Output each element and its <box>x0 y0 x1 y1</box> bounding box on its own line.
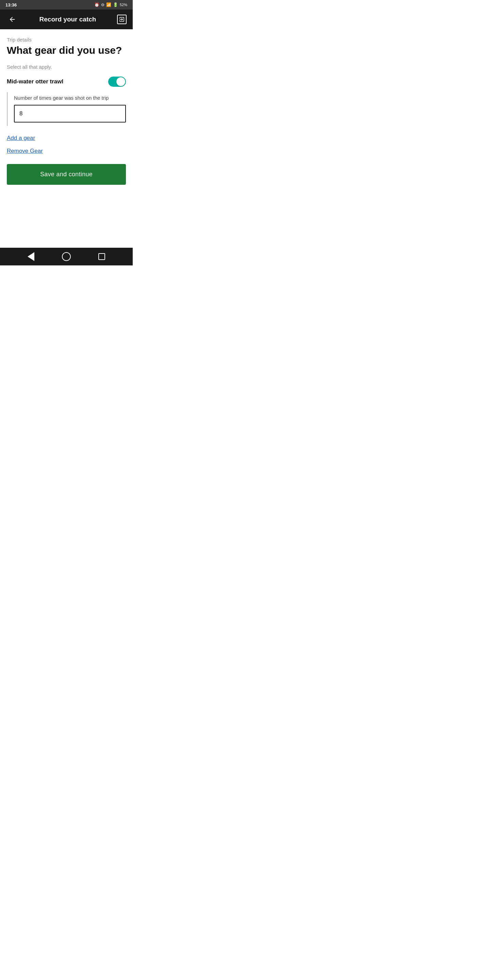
save-continue-button[interactable]: Save and continue <box>7 164 126 185</box>
main-content: Trip details What gear did you use? Sele… <box>0 29 133 248</box>
gear-toggle[interactable] <box>108 76 126 87</box>
nav-recent-button[interactable] <box>98 253 105 260</box>
bottom-nav <box>0 248 133 266</box>
page-heading: What gear did you use? <box>7 45 126 56</box>
nav-back-button[interactable] <box>27 252 34 261</box>
exit-button[interactable] <box>117 14 127 24</box>
gear-detail-label: Number of times gear was shot on the tri… <box>14 95 126 101</box>
remove-gear-link[interactable]: Remove Gear <box>7 148 126 154</box>
status-bar: 13:36 ⏰ ⊖ 📶 🔋 52% <box>0 0 133 10</box>
app-bar-title: Record your catch <box>18 16 117 23</box>
link-section: Add a gear Remove Gear <box>7 135 126 154</box>
trip-details-label: Trip details <box>7 37 126 43</box>
gear-detail-section: Number of times gear was shot on the tri… <box>7 92 126 126</box>
do-not-disturb-icon: ⊖ <box>101 2 105 7</box>
alarm-icon: ⏰ <box>94 2 99 7</box>
signal-icon: 📶 <box>106 2 111 7</box>
nav-recent-icon <box>98 253 105 260</box>
gear-name: Mid-water otter trawl <box>7 78 63 85</box>
nav-home-button[interactable] <box>62 252 71 261</box>
gear-count-input[interactable] <box>14 105 126 123</box>
status-time: 13:36 <box>5 2 17 8</box>
gear-toggle-row: Mid-water otter trawl <box>7 76 126 92</box>
status-icons: ⏰ ⊖ 📶 🔋 52% <box>94 2 127 7</box>
toggle-knob <box>116 77 125 86</box>
add-gear-link[interactable]: Add a gear <box>7 135 126 142</box>
select-all-label: Select all that apply. <box>7 64 126 70</box>
battery-percent: 52% <box>120 3 127 7</box>
battery-icon: 🔋 <box>113 2 118 7</box>
nav-back-icon <box>27 252 34 261</box>
back-button[interactable] <box>6 16 18 23</box>
nav-home-icon <box>62 252 71 261</box>
app-bar: Record your catch <box>0 10 133 29</box>
